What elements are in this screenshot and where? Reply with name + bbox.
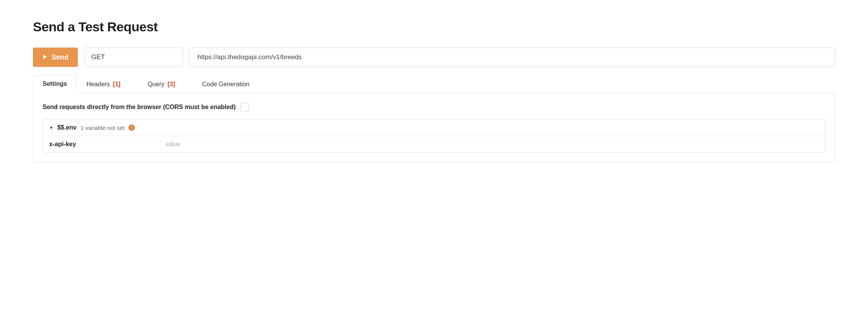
cors-label: Send requests directly from the browser …: [43, 104, 236, 111]
play-icon: [42, 53, 48, 61]
request-row: Send GET: [33, 48, 835, 67]
env-variable-key: x-api-key: [49, 141, 150, 148]
env-name: $$.env: [57, 124, 77, 131]
tab-label: Headers: [86, 81, 110, 88]
env-variables-box: ▼ $$.env 1 variable not set ! x-api-key: [43, 119, 825, 153]
settings-panel: Send requests directly from the browser …: [33, 93, 835, 162]
send-button-label: Send: [51, 53, 69, 61]
tab-code-generation[interactable]: Code Generation: [192, 75, 259, 93]
tab-query[interactable]: Query [3]: [138, 75, 185, 93]
env-status-text: 1 variable not set: [81, 125, 125, 131]
env-variable-value-input[interactable]: [165, 141, 819, 148]
tab-settings[interactable]: Settings: [33, 75, 77, 93]
http-method-value: GET: [91, 53, 105, 61]
cors-setting-row: Send requests directly from the browser …: [43, 103, 825, 111]
tab-count: [1]: [113, 81, 121, 88]
tab-label: Code Generation: [202, 81, 249, 88]
tab-headers[interactable]: Headers [1]: [77, 75, 130, 93]
tabs: Settings Headers [1] Query [3] Code Gene…: [33, 75, 835, 93]
caret-down-icon: ▼: [49, 125, 53, 130]
tab-count: [3]: [168, 81, 175, 88]
send-button[interactable]: Send: [33, 48, 78, 67]
page-title: Send a Test Request: [33, 19, 835, 34]
tab-label: Settings: [43, 80, 67, 87]
warning-icon: !: [129, 125, 135, 131]
tab-label: Query: [148, 81, 165, 88]
cors-checkbox[interactable]: [240, 103, 249, 111]
http-method-select[interactable]: GET: [84, 48, 183, 67]
url-input[interactable]: [189, 48, 835, 67]
env-variable-row: x-api-key: [43, 136, 825, 152]
env-header[interactable]: ▼ $$.env 1 variable not set !: [43, 119, 825, 136]
